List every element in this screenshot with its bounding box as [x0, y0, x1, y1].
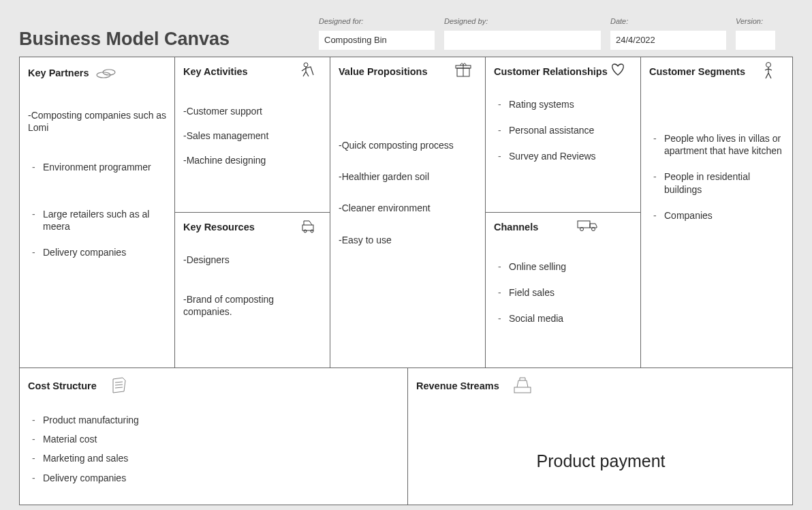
list-item: Online selling	[494, 254, 634, 280]
key-partners-list: Environment programmer Large retailers s…	[28, 154, 168, 265]
list-item: Companies	[649, 202, 785, 228]
key-resources-title: Key Resources	[183, 222, 255, 232]
designed-by-label: Designed by:	[444, 17, 601, 25]
list-item: -Designers	[183, 254, 323, 266]
svg-rect-6	[457, 68, 469, 76]
designed-by-input[interactable]	[444, 31, 601, 50]
list-item: Survey and Reviews	[494, 143, 634, 169]
date-field: Date: 24/4/2022	[610, 17, 726, 50]
svg-rect-3	[302, 225, 313, 230]
channels-cell: Channels Online selling Field sales Soci…	[486, 213, 641, 368]
svg-point-2	[304, 63, 308, 67]
value-propositions-title: Value Propositions	[339, 66, 428, 77]
version-field: Version:	[736, 17, 775, 50]
list-item: Delivery companies	[28, 239, 168, 265]
cost-structure-cell: Cost Structure Product manufacturing Mat…	[20, 368, 408, 505]
gift-icon	[454, 61, 477, 79]
list-item: -Composting companies such as Lomi	[28, 109, 168, 134]
document-icon	[109, 376, 129, 397]
list-item: Rating systems	[494, 91, 634, 117]
svg-rect-7	[456, 65, 471, 68]
list-item: Product manufacturing	[28, 410, 401, 430]
designed-by-field: Designed by:	[444, 17, 601, 50]
page: Business Model Canvas Designed for: Comp…	[0, 0, 812, 505]
key-partners-cell: Key Partners -Composting companies such …	[20, 57, 175, 368]
revenue-streams-cell: Revenue Streams Product payment	[408, 368, 792, 505]
list-item: -Brand of composting companies.	[183, 293, 323, 318]
list-item: -Sales management	[183, 130, 323, 142]
cost-structure-list: Product manufacturing Material cost Mark…	[28, 410, 401, 487]
customer-segments-title: Customer Segments	[649, 66, 745, 77]
list-item: -Machine designing	[183, 154, 323, 166]
revenue-streams-value: Product payment	[416, 451, 785, 471]
list-item: -Quick composting process	[339, 139, 478, 151]
key-activities-title: Key Activities	[183, 66, 248, 77]
designed-for-input[interactable]: Composting Bin	[319, 31, 435, 50]
customer-segments-list: People who lives in villas or apartment …	[649, 125, 785, 228]
key-partners-title: Key Partners	[28, 68, 89, 78]
person-icon	[761, 61, 784, 79]
list-item: Environment programmer	[28, 154, 168, 200]
channels-list: Online selling Field sales Social media	[494, 254, 634, 332]
list-item: Material cost	[28, 430, 401, 449]
list-item: People in residential buildings	[649, 164, 785, 202]
svg-point-10	[592, 228, 595, 231]
designed-for-label: Designed for:	[319, 17, 435, 25]
list-item: Personal assistance	[494, 117, 634, 143]
customer-relationships-cell: Customer Relationships Rating systems Pe…	[486, 57, 641, 213]
customer-segments-cell: Customer Segments People who lives in vi…	[641, 57, 792, 368]
svg-point-9	[580, 228, 584, 231]
designed-for-field: Designed for: Composting Bin	[319, 17, 435, 50]
svg-point-4	[304, 230, 307, 232]
list-item: Large retailers such as al meera	[28, 201, 168, 239]
list-item: -Cleaner environment	[339, 202, 478, 214]
key-resources-cell: Key Resources -Designers -Brand of compo…	[175, 213, 330, 368]
list-item: -Easy to use	[339, 234, 478, 246]
machine-icon	[298, 217, 322, 235]
list-item: Social media	[494, 305, 634, 331]
svg-rect-8	[578, 221, 590, 228]
customer-relationships-list: Rating systems Personal assistance Surve…	[494, 91, 634, 170]
cash-register-icon	[512, 376, 533, 397]
key-activities-cell: Key Activities -Customer support -Sales …	[175, 57, 330, 213]
date-label: Date:	[610, 17, 726, 25]
heart-icon	[609, 61, 632, 79]
revenue-streams-title: Revenue Streams	[416, 380, 499, 391]
canvas-grid: Key Partners -Composting companies such …	[19, 57, 793, 505]
worker-icon	[298, 61, 322, 79]
channels-title: Channels	[494, 222, 538, 232]
link-icon	[95, 65, 118, 82]
list-item: Field sales	[494, 280, 634, 305]
svg-rect-12	[514, 387, 531, 393]
value-propositions-cell: Value Propositions -Quick composting pro…	[330, 57, 486, 368]
list-item: -Healthier garden soil	[339, 170, 478, 183]
list-item: People who lives in villas or apartment …	[649, 125, 785, 164]
truck-icon	[576, 217, 599, 235]
version-label: Version:	[736, 17, 775, 25]
svg-point-5	[311, 230, 313, 232]
list-item: Marketing and sales	[28, 449, 401, 468]
customer-relationships-title: Customer Relationships	[494, 66, 608, 77]
bottom-row: Cost Structure Product manufacturing Mat…	[20, 368, 792, 505]
cost-structure-title: Cost Structure	[28, 380, 97, 391]
svg-point-11	[766, 63, 771, 68]
meta-fields: Designed for: Composting Bin Designed by…	[319, 17, 793, 50]
version-input[interactable]	[736, 31, 775, 50]
header: Business Model Canvas Designed for: Comp…	[19, 12, 793, 50]
list-item: -Customer support	[183, 105, 323, 117]
list-item: Delivery companies	[28, 468, 401, 487]
date-input[interactable]: 24/4/2022	[610, 31, 726, 50]
document-title: Business Model Canvas	[19, 12, 305, 50]
